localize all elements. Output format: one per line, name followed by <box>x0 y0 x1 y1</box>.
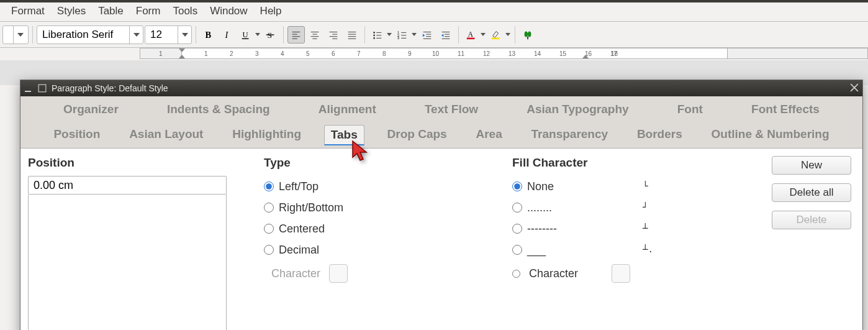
tab-position[interactable]: Position <box>47 125 106 145</box>
align-center-button[interactable] <box>306 26 323 44</box>
decrease-indent-button[interactable] <box>437 26 454 44</box>
svg-text:A: A <box>468 30 474 38</box>
increase-indent-button[interactable] <box>418 26 436 44</box>
tab-organizer[interactable]: Organizer <box>57 100 125 119</box>
menu-styles[interactable]: Styles <box>51 4 92 19</box>
svg-point-45 <box>525 31 528 37</box>
tab-left-icon: └ <box>643 181 648 191</box>
tab-transparency[interactable]: Transparency <box>525 125 615 145</box>
fill-character-input[interactable] <box>612 264 630 283</box>
align-right-button[interactable] <box>325 26 342 44</box>
position-heading: Position <box>28 156 264 170</box>
close-icon[interactable] <box>850 83 859 94</box>
menu-window[interactable]: Window <box>204 4 253 19</box>
menu-form[interactable]: Form <box>130 4 167 19</box>
format-toolbar: B I U S 123 A <box>0 22 868 48</box>
tab-alignment[interactable]: Alignment <box>312 100 382 119</box>
number-list-button[interactable]: 123 <box>394 26 411 44</box>
menu-table[interactable]: Table <box>92 4 130 19</box>
tab-borders[interactable]: Borders <box>631 125 689 145</box>
tab-asian-layout[interactable]: Asian Layout <box>123 125 209 145</box>
align-justify-button[interactable] <box>343 26 361 44</box>
tab-center-icon: ┴ <box>643 223 648 233</box>
tab-right-icon: ┘ <box>643 202 648 212</box>
svg-text:S: S <box>268 30 273 40</box>
fill-none-radio[interactable]: None <box>512 176 748 197</box>
menu-tools[interactable]: Tools <box>166 4 204 19</box>
first-line-indent-marker[interactable] <box>179 48 185 52</box>
svg-rect-47 <box>527 36 528 39</box>
font-color-button[interactable]: A <box>463 26 480 44</box>
restore-icon[interactable] <box>38 84 47 93</box>
fill-character-radio[interactable] <box>512 270 520 278</box>
tab-highlighting[interactable]: Highlighting <box>226 125 307 145</box>
right-indent-marker[interactable] <box>582 55 589 58</box>
tab-font-effects[interactable]: Font Effects <box>745 100 826 119</box>
chevron-down-icon[interactable] <box>255 33 261 36</box>
fill-underscore-radio[interactable]: ___ <box>512 239 748 260</box>
chevron-down-icon[interactable] <box>129 26 143 44</box>
left-indent-marker[interactable] <box>179 55 185 58</box>
align-left-button[interactable] <box>287 26 305 44</box>
tab-indents-spacing[interactable]: Indents & Spacing <box>161 100 276 119</box>
italic-button[interactable]: I <box>219 26 236 44</box>
svg-point-46 <box>528 31 531 37</box>
menu-help[interactable]: Help <box>254 4 288 19</box>
svg-text:3: 3 <box>397 36 399 40</box>
delete-all-button[interactable]: Delete all <box>772 183 851 202</box>
chevron-down-icon[interactable] <box>13 26 27 44</box>
chevron-down-icon[interactable] <box>386 33 392 36</box>
svg-rect-48 <box>25 91 31 92</box>
strikethrough-button[interactable]: S <box>262 26 279 44</box>
fill-dots-radio[interactable]: ........ <box>512 197 748 218</box>
highlight-color-button[interactable] <box>487 26 505 44</box>
bullet-list-button[interactable] <box>369 26 386 44</box>
svg-text:I: I <box>224 30 228 40</box>
type-right-radio[interactable]: Right/Bottom ┘ <box>264 197 512 218</box>
tab-decimal-icon: ┴. <box>643 244 653 254</box>
font-name-dropdown[interactable] <box>37 25 143 44</box>
delete-button: Delete <box>772 211 851 229</box>
tab-asian-typography[interactable]: Asian Typography <box>520 100 635 119</box>
tab-font[interactable]: Font <box>671 100 709 119</box>
tab-position-list[interactable] <box>28 195 227 330</box>
tab-tabs[interactable]: Tabs <box>324 125 364 145</box>
font-size-dropdown[interactable] <box>145 25 192 44</box>
type-heading: Type <box>264 156 512 170</box>
fill-dashes-radio[interactable]: -------- <box>512 218 748 239</box>
bold-button[interactable]: B <box>200 26 217 44</box>
chevron-down-icon[interactable] <box>411 33 417 36</box>
type-decimal-radio[interactable]: Decimal ┴. <box>264 239 512 260</box>
tab-drop-caps[interactable]: Drop Caps <box>381 125 453 145</box>
type-character-label: Character <box>271 267 320 280</box>
tab-area[interactable]: Area <box>469 125 508 145</box>
tab-text-flow[interactable]: Text Flow <box>418 100 484 119</box>
chevron-down-icon[interactable] <box>178 26 191 44</box>
tab-position-input[interactable] <box>28 176 227 195</box>
font-size-input[interactable] <box>145 26 178 44</box>
tab-outline-numbering[interactable]: Outline & Numbering <box>705 125 836 145</box>
chevron-down-icon[interactable] <box>480 33 486 36</box>
minimize-icon[interactable] <box>24 85 32 92</box>
type-character-input <box>329 264 348 283</box>
menubar: Format Styles Table Form Tools Window He… <box>0 2 868 22</box>
chevron-down-icon[interactable] <box>505 33 511 36</box>
svg-point-22 <box>373 32 375 34</box>
menu-format[interactable]: Format <box>5 4 51 19</box>
ruler[interactable]: 1 1 2 3 4 5 6 7 8 9 10 11 12 13 14 15 16… <box>0 48 868 60</box>
dialog-tabstrip: Organizer Indents & Spacing Alignment Te… <box>20 96 862 149</box>
svg-text:B: B <box>206 30 212 40</box>
dialog-title: Paragraph Style: Default Style <box>52 83 168 93</box>
para-style-dropdown[interactable] <box>2 25 29 44</box>
type-left-radio[interactable]: Left/Top └ <box>264 176 512 197</box>
svg-rect-44 <box>492 37 500 39</box>
find-replace-button[interactable] <box>519 26 536 44</box>
svg-point-24 <box>373 34 375 36</box>
type-centered-radio[interactable]: Centered ┴ <box>264 218 512 239</box>
new-button[interactable]: New <box>772 156 851 175</box>
para-style-input[interactable] <box>3 26 13 44</box>
dialog-titlebar[interactable]: Paragraph Style: Default Style <box>20 80 862 96</box>
svg-text:U: U <box>243 30 248 39</box>
underline-button[interactable]: U <box>237 26 255 44</box>
font-name-input[interactable] <box>37 26 129 44</box>
